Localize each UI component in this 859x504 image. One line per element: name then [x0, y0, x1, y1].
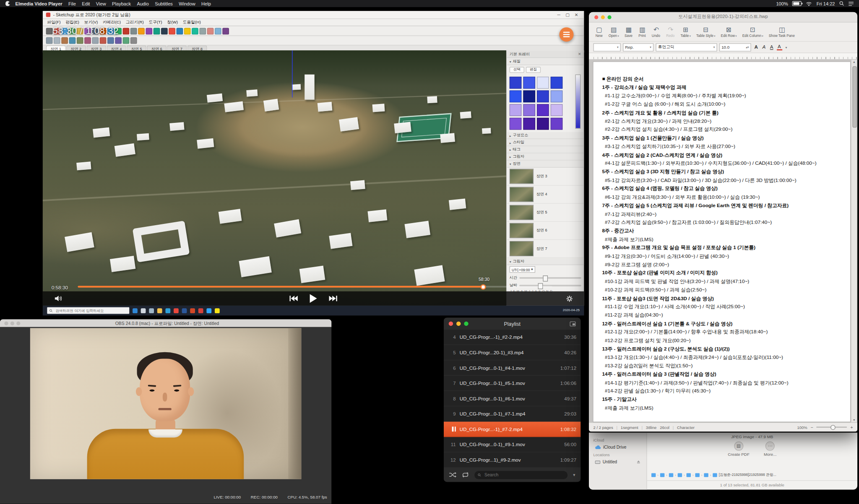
hwp-ruler[interactable] [589, 52, 857, 60]
task-view-icon[interactable] [149, 308, 154, 313]
edge-icon[interactable] [165, 308, 170, 313]
obs-zoom-button[interactable] [16, 321, 20, 325]
tray-close-icon[interactable]: ✕ [578, 52, 581, 56]
sidebar-item-icloud-drive[interactable]: iCloud Drive [593, 444, 642, 451]
color-swatch[interactable] [537, 118, 549, 130]
materials-tab[interactable]: 편집 [526, 67, 541, 73]
progress-knob[interactable] [480, 284, 486, 289]
shadow-time-slider[interactable] [519, 277, 581, 278]
maximize-button[interactable]: ▢ [563, 12, 572, 17]
font-size-stepper[interactable]: 10.0▴▾ [719, 43, 751, 52]
sketchup-menu-item[interactable]: 도움말(H) [183, 20, 201, 25]
obs-close-button[interactable] [4, 321, 8, 325]
vertical-scrollbar[interactable]: ▲ ▼ [851, 60, 856, 422]
sketchup-menu-item[interactable]: 그리기(R) [126, 20, 144, 25]
previous-view-icon[interactable] [184, 28, 191, 34]
playlist-options-icon[interactable]: ▾ [573, 473, 575, 478]
sketchup-menu-item[interactable]: 도구(T) [149, 20, 162, 25]
scene-list-item[interactable]: 장면 5 [507, 204, 584, 222]
zoom-out-button[interactable]: − [811, 425, 813, 430]
select-tool-icon[interactable] [46, 28, 53, 34]
menu-item[interactable]: Edit [82, 1, 90, 6]
menu-item[interactable]: Window [179, 1, 195, 6]
components-panel-icon[interactable] [61, 37, 68, 44]
hwp-toolbar-button[interactable]: ▤ Open▾ [607, 25, 621, 38]
redo-icon[interactable] [54, 37, 60, 44]
pan-tool-icon[interactable] [161, 28, 168, 34]
font-color-button[interactable]: A [776, 44, 782, 50]
color-swatch[interactable] [510, 104, 522, 116]
hwp-toolbar-button[interactable]: ▦ Save [622, 25, 635, 38]
sketchup-menu-item[interactable]: 파일(F) [47, 20, 60, 25]
playlist-row[interactable]: 8 UD_CG-Progr...0-1)_#6-1.mov 49:37 [444, 391, 581, 407]
finder-action-button[interactable]: ⋯ More... [764, 442, 776, 457]
font-family-dropdown[interactable]: 휴먼고딕▾ [656, 43, 717, 52]
previous-track-button[interactable] [289, 295, 298, 302]
finder-action-button[interactable]: ▤ Create PDF [728, 442, 750, 457]
menu-item[interactable]: Subtitles [155, 1, 173, 6]
color-swatch[interactable] [510, 91, 522, 103]
player-menu-button[interactable] [560, 27, 574, 42]
tray-panel-header[interactable]: ▸스타일 [507, 139, 584, 146]
tape-measure-icon[interactable] [123, 28, 130, 34]
playlist-row[interactable]: 5 UD_CG-Progr...20-1)_#3.mp4 40:26 [444, 345, 581, 361]
playlist-row[interactable]: 11 UD_CG-Progr...0-1)_#9-1.mov 56:00 [444, 437, 581, 452]
scene-list-item[interactable]: 장면 4 [507, 186, 584, 204]
3d-text-icon[interactable] [115, 37, 122, 44]
hwp-zoom-button[interactable] [607, 15, 611, 19]
shadows-panel-header[interactable]: ▾그림자 [507, 258, 584, 265]
shuffle-icon[interactable] [449, 470, 456, 480]
follow-me-tool-icon[interactable] [123, 37, 130, 44]
playlist-row[interactable]: 4 UD_CG-Progr...-1)_#2-2.mp4 30:36 [444, 330, 581, 345]
underline-button[interactable]: A [769, 44, 774, 50]
kakaotalk-icon[interactable] [215, 308, 220, 313]
detach-playlist-icon[interactable] [570, 319, 575, 329]
sketchup-icon[interactable] [198, 308, 203, 313]
color-swatch[interactable] [523, 77, 535, 89]
volume-icon[interactable] [55, 295, 62, 302]
apple-menu-icon[interactable] [5, 1, 10, 6]
text-tool-icon[interactable] [146, 28, 152, 34]
tray-panel-header[interactable]: ▸구성요소 [507, 132, 584, 139]
taskbar-search-input[interactable] [55, 308, 127, 313]
playlist-search-input[interactable] [483, 472, 564, 478]
color-swatch[interactable] [510, 118, 522, 130]
materials-tab[interactable]: 선택 [510, 67, 524, 73]
next-view-icon[interactable] [192, 28, 198, 34]
clock[interactable]: Fri 14:22 [817, 1, 835, 6]
playlist-row[interactable]: 6 UD_CG-Progr...0-1)_#4-1.mov 1:07:12 [444, 360, 581, 376]
playlist-row[interactable]: 10 UD_CG-Progr...-1)_#7-2.mp4 1:08:32 [444, 422, 581, 437]
word-icon[interactable] [182, 308, 187, 313]
color-swatch[interactable] [551, 91, 563, 103]
undo-icon[interactable] [46, 37, 53, 44]
tray-panel-header[interactable]: ▸그림자 [507, 153, 584, 161]
playlist-search-box[interactable] [474, 471, 567, 479]
taskbar-search-box[interactable] [47, 307, 129, 314]
styles-panel-icon[interactable] [77, 37, 83, 44]
zoom-slider-knob[interactable] [831, 425, 836, 430]
sketchup-3d-viewport[interactable] [43, 50, 506, 306]
settings-gear-icon[interactable] [566, 295, 573, 302]
play-button[interactable] [310, 294, 317, 303]
color-swatch[interactable] [523, 104, 535, 116]
photoshop-icon[interactable] [206, 308, 211, 313]
scenes-panel-header[interactable]: ▾장면 [507, 161, 584, 168]
menu-item[interactable]: View [96, 1, 106, 6]
color-swatch[interactable] [551, 104, 563, 116]
color-swatch[interactable] [523, 118, 535, 130]
chrome-icon[interactable] [174, 308, 179, 313]
menu-item[interactable]: Help [201, 1, 211, 6]
sidebar-item-untitled[interactable]: Untitled [593, 458, 642, 465]
hwp-toolbar-button[interactable]: ▢ New [593, 25, 605, 38]
notification-center-icon[interactable] [849, 1, 854, 5]
sketchup-menu-item[interactable]: 카메라(C) [103, 20, 121, 25]
menu-item[interactable]: Audio [137, 1, 149, 6]
hwp-toolbar-button[interactable]: ⊞ Table▾ [678, 25, 693, 38]
color-swatch[interactable] [523, 91, 535, 103]
color-value-slider[interactable] [575, 75, 580, 129]
webcam-preview[interactable] [30, 328, 302, 479]
powerpoint-icon[interactable] [190, 308, 195, 313]
obs-minimize-button[interactable] [10, 321, 14, 325]
sketchup-menu-item[interactable]: 편집(E) [65, 20, 79, 25]
scene-list-item[interactable]: 장면 3 [507, 168, 584, 186]
